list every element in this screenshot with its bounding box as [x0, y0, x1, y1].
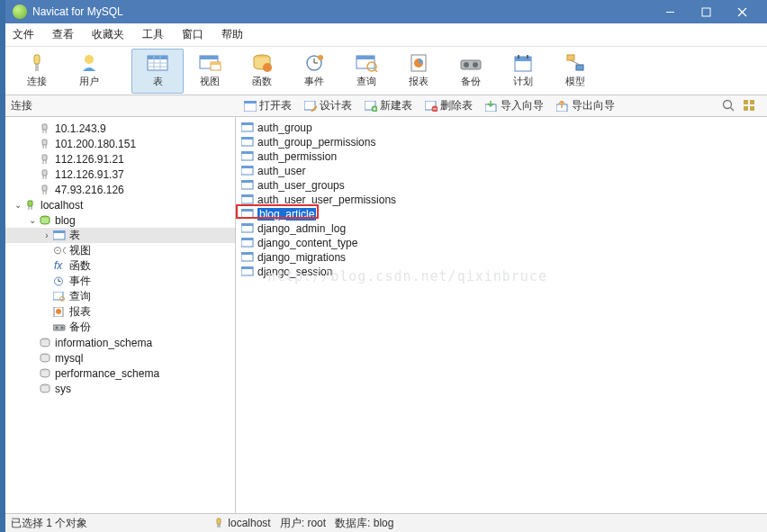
connection-tree[interactable]: 10.1.243.9101.200.180.151112.126.91.2111… — [5, 117, 236, 513]
menu-file[interactable]: 文件 — [13, 27, 34, 42]
table-row[interactable]: django_admin_log — [239, 221, 767, 236]
toolbar-backup[interactable]: 备份 — [445, 49, 497, 94]
connection-item[interactable]: 112.126.91.37 — [5, 167, 235, 182]
svg-point-23 — [318, 55, 323, 60]
table-row[interactable]: django_session — [239, 265, 767, 279]
design-table-button[interactable]: 设计表 — [300, 96, 356, 115]
status-user: 用户: root — [280, 516, 326, 531]
export-wizard-button[interactable]: 导出向导 — [552, 96, 619, 115]
toolbar-table[interactable]: 表 — [131, 49, 184, 94]
toolbar-plan[interactable]: 计划 — [497, 49, 549, 94]
database-item[interactable]: mysql — [5, 350, 235, 365]
svg-rect-41 — [244, 101, 257, 104]
grid-view-icon[interactable] — [743, 99, 756, 113]
tree-functions[interactable]: fx函数 — [5, 258, 235, 274]
menu-view[interactable]: 查看 — [52, 27, 74, 42]
open-table-button[interactable]: 打开表 — [239, 96, 296, 115]
svg-rect-62 — [42, 140, 47, 145]
plug-icon — [25, 53, 49, 73]
svg-rect-58 — [750, 106, 754, 111]
table-row[interactable]: auth_user_groups — [239, 178, 767, 193]
toolbar-connect[interactable]: 连接 — [11, 49, 63, 94]
table-row[interactable]: django_migrations — [239, 250, 767, 265]
svg-rect-65 — [42, 155, 47, 160]
status-selection: 已选择 1 个对象 — [11, 516, 87, 531]
svg-rect-25 — [356, 56, 374, 59]
svg-rect-111 — [241, 223, 253, 226]
connection-item[interactable]: 112.126.91.21 — [5, 151, 235, 167]
toolbar-report[interactable]: 报表 — [393, 49, 445, 94]
tree-events[interactable]: 事件 — [5, 274, 235, 289]
tree-views[interactable]: ⊙⊙视图 — [5, 243, 235, 258]
search-icon[interactable] — [722, 99, 735, 113]
svg-rect-97 — [241, 122, 253, 125]
table-row[interactable]: django_content_type — [239, 236, 767, 250]
new-table-button[interactable]: 新建表 — [360, 96, 417, 115]
svg-point-32 — [473, 62, 478, 68]
svg-rect-4 — [34, 55, 40, 64]
main-toolbar: 连接 用户 表 视图 函数 事件 查询 报表 — [5, 47, 767, 95]
minimize-button[interactable] — [652, 0, 688, 23]
connection-item[interactable]: 101.200.180.151 — [5, 136, 235, 151]
svg-line-39 — [571, 60, 580, 65]
svg-rect-68 — [42, 170, 47, 176]
maximize-button[interactable] — [688, 0, 724, 23]
tree-tables[interactable]: ›表 — [5, 228, 235, 243]
toolbar-user[interactable]: 用户 — [63, 49, 115, 94]
menu-tools[interactable]: 工具 — [142, 27, 164, 42]
table-row[interactable]: auth_permission — [239, 149, 767, 164]
menu-favorites[interactable]: 收藏夹 — [92, 27, 124, 42]
tree-backups[interactable]: 备份 — [5, 320, 235, 335]
view-icon — [198, 53, 221, 73]
delete-table-button[interactable]: 删除表 — [420, 96, 477, 115]
connection-item[interactable]: 47.93.216.126 — [5, 182, 235, 197]
toolbar-view[interactable]: 视图 — [184, 49, 236, 94]
table-row[interactable]: blog_article — [239, 207, 767, 221]
svg-rect-38 — [576, 65, 583, 70]
database-item[interactable]: sys — [5, 381, 235, 396]
table-row[interactable]: auth_group — [239, 121, 767, 135]
report-icon — [407, 53, 430, 73]
table-row[interactable]: auth_user — [239, 164, 767, 178]
tree-queries[interactable]: 查询 — [5, 289, 235, 304]
design-icon — [304, 100, 317, 113]
database-blog[interactable]: ⌄blog — [5, 212, 235, 228]
table-small-icon — [241, 151, 254, 162]
svg-rect-99 — [241, 137, 253, 140]
table-small-icon — [241, 223, 254, 234]
toolbar-query[interactable]: 查询 — [340, 49, 393, 94]
table-small-icon — [241, 180, 254, 191]
connection-item[interactable]: 10.1.243.9 — [5, 121, 235, 136]
svg-rect-74 — [28, 201, 32, 206]
svg-text:⊙⊙: ⊙⊙ — [53, 246, 66, 256]
toolbar-function[interactable]: 函数 — [236, 49, 288, 94]
svg-text:fx: fx — [54, 261, 63, 271]
plan-icon — [511, 53, 535, 73]
import-wizard-button[interactable]: 导入向导 — [481, 96, 548, 115]
titlebar: Navicat for MySQL — [5, 0, 767, 23]
toolbar-model[interactable]: 模型 — [549, 49, 601, 94]
database-item[interactable]: information_schema — [5, 335, 235, 350]
sidebar-header: 连接 — [5, 98, 236, 113]
svg-rect-113 — [241, 238, 253, 240]
import-icon — [485, 100, 498, 113]
toolbar-event[interactable]: 事件 — [288, 49, 340, 94]
table-small-icon — [241, 137, 254, 148]
status-database: 数据库: blog — [335, 516, 393, 531]
tree-reports[interactable]: 报表 — [5, 304, 235, 320]
close-button[interactable] — [724, 0, 760, 23]
svg-rect-105 — [241, 180, 253, 183]
svg-rect-34 — [515, 57, 531, 61]
table-icon — [146, 53, 169, 73]
svg-rect-101 — [241, 151, 253, 154]
database-item[interactable]: performance_schema — [5, 365, 235, 381]
menu-help[interactable]: 帮助 — [221, 27, 243, 42]
menu-window[interactable]: 窗口 — [182, 27, 203, 42]
delete-icon — [425, 100, 438, 113]
table-row[interactable]: auth_group_permissions — [239, 135, 767, 149]
connection-localhost[interactable]: ⌄localhost — [5, 197, 235, 212]
table-list[interactable]: auth_groupauth_group_permissionsauth_per… — [236, 117, 767, 513]
table-row[interactable]: auth_user_user_permissions — [239, 193, 767, 207]
user-icon — [77, 53, 101, 73]
svg-rect-59 — [42, 124, 47, 130]
